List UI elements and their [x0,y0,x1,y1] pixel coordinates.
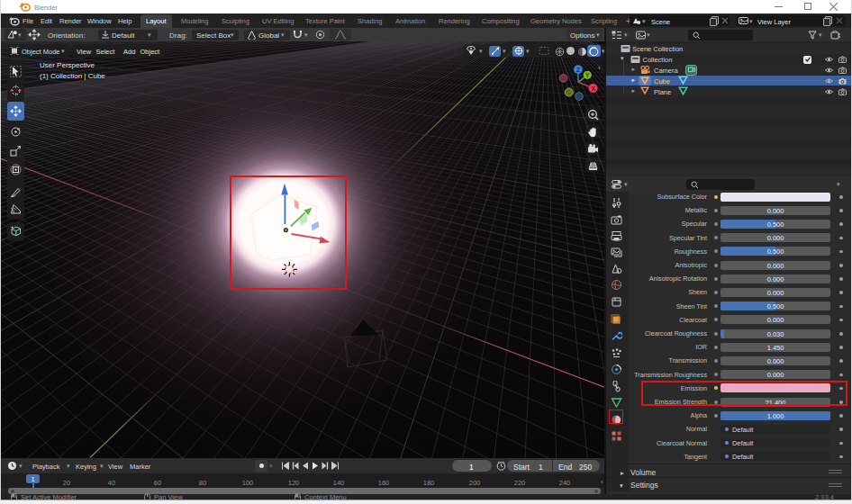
svg-text:Z: Z [576,67,580,73]
svg-text:X: X [591,86,595,92]
svg-text:Y: Y [585,72,590,78]
